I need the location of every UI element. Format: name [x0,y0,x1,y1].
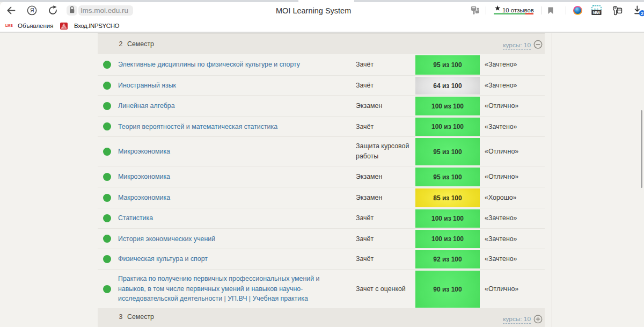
svg-text:2: 2 [641,11,643,16]
svg-text:Я: Я [30,7,34,13]
svg-text:NEW: NEW [593,11,601,14]
